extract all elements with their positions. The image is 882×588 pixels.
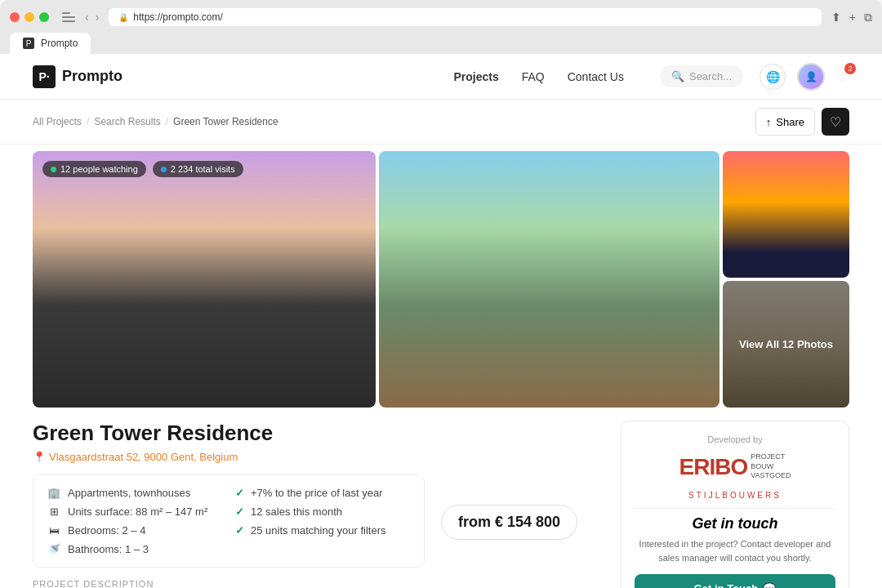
view-all-overlay[interactable]: View All 12 Photos — [723, 281, 849, 408]
spec-surface-text: Units surface: 88 m² – 147 m² — [68, 506, 207, 518]
visits-dot — [161, 167, 167, 172]
stat-units-text: 25 units matching your filters — [251, 524, 385, 537]
main-nav: Projects FAQ Contact Us 🔍 Search... — [453, 65, 743, 87]
dev-stijl: Stijlbouwers — [635, 491, 835, 500]
breadcrumb-search-results[interactable]: Search Results — [94, 116, 160, 127]
avatar[interactable]: 👤 — [797, 63, 825, 91]
breadcrumb: All Projects / Search Results / Green To… — [33, 116, 278, 127]
nav-projects[interactable]: Projects — [453, 70, 498, 83]
share-icon: ↑ — [766, 116, 772, 128]
language-button[interactable]: 🌐 — [760, 64, 786, 90]
share-icon[interactable]: ⬆ — [831, 11, 841, 24]
location-text: Vlasgaardstraat 52, 9000 Gent, Belgium — [49, 451, 238, 463]
check-icon-3: ✓ — [235, 524, 244, 537]
specs-grid: 🏢 Appartments, townhouses ✓ +7% to the p… — [33, 474, 425, 568]
check-icon-2: ✓ — [235, 506, 244, 518]
header: P· Prompto Projects FAQ Contact Us 🔍 Sea… — [0, 54, 882, 100]
gallery-top-right-image[interactable] — [723, 151, 849, 278]
breadcrumb-all-projects[interactable]: All Projects — [33, 116, 82, 127]
dev-sub-line-3: VASTGOED — [751, 471, 791, 481]
share-label: Share — [776, 116, 804, 128]
page-content: P· Prompto Projects FAQ Contact Us 🔍 Sea… — [0, 54, 882, 588]
stat-sales-text: 12 sales this month — [251, 506, 342, 518]
spec-type: 🏢 Appartments, townhouses — [47, 487, 222, 499]
logo[interactable]: P· Prompto — [33, 65, 122, 88]
breadcrumb-bar: All Projects / Search Results / Green To… — [0, 100, 882, 145]
spec-bathrooms: 🚿 Bathrooms: 1 – 3 — [47, 543, 222, 555]
bed-icon: 🛏 — [47, 525, 61, 537]
active-tab[interactable]: P Prompto — [10, 33, 91, 54]
back-arrow[interactable]: ‹ — [85, 11, 89, 24]
get-in-touch-button[interactable]: Get in Touch 💬 — [635, 574, 835, 588]
search-placeholder: Search... — [689, 70, 732, 82]
close-button[interactable] — [10, 12, 20, 22]
save-button[interactable]: ♡ — [822, 108, 849, 136]
tabs-icon[interactable]: ⧉ — [864, 11, 872, 24]
spec-bath-text: Bathrooms: 1 – 3 — [68, 543, 149, 555]
project-info: Green Tower Residence 📍 Vlasgaardstraat … — [33, 421, 425, 588]
visits-text: 2 234 total visits — [171, 164, 235, 174]
building-icon: 🏢 — [47, 488, 61, 499]
favorites-count: 2 — [844, 63, 856, 74]
maximize-button[interactable] — [39, 12, 49, 22]
surface-icon: ⊞ — [47, 506, 61, 518]
detail-section: Green Tower Residence 📍 Vlasgaardstraat … — [0, 408, 882, 588]
message-icon: 💬 — [763, 582, 776, 588]
price-section: from € 154 800 — [441, 421, 604, 588]
gallery-main-image[interactable]: 12 people watching 2 234 total visits — [33, 151, 376, 408]
spec-surface: ⊞ Units surface: 88 m² – 147 m² — [47, 506, 222, 518]
search-bar[interactable]: 🔍 Search... — [660, 65, 743, 87]
gallery-center-image[interactable] — [379, 151, 719, 408]
new-tab-icon[interactable]: + — [849, 11, 856, 24]
view-all-label: View All 12 Photos — [739, 338, 833, 350]
url-bar[interactable]: 🔒 https://prompto.com/ — [109, 8, 821, 26]
sidebar-toggle-icon[interactable] — [62, 12, 75, 22]
dev-logo-text: ERIBO — [679, 454, 747, 480]
logo-icon: P· — [33, 65, 56, 88]
favorites-button[interactable]: ♡ 2 — [836, 68, 849, 86]
gallery-bottom-right-image[interactable]: View All 12 Photos — [723, 281, 849, 408]
gallery: 12 people watching 2 234 total visits Vi… — [0, 151, 882, 408]
dev-divider — [635, 508, 835, 509]
dev-cta-text: Interested in the project? Contact devel… — [635, 537, 835, 564]
spec-type-text: Appartments, townhouses — [68, 487, 190, 499]
description-label: PROJECT DESCRIPTION — [33, 579, 425, 588]
traffic-lights — [10, 12, 49, 22]
spec-bedrooms: 🛏 Bedrooms: 2 – 4 — [47, 524, 222, 537]
get-in-touch-label: Get in Touch — [694, 582, 758, 588]
watching-text: 12 people watching — [60, 164, 138, 174]
watching-dot — [51, 167, 56, 172]
dev-sub-line-1: PROJECT — [751, 452, 791, 462]
gallery-badges: 12 people watching 2 234 total visits — [42, 161, 243, 177]
developer-logo: ERIBO PROJECT BOUW VASTGOED — [635, 452, 835, 481]
logo-text: Prompto — [62, 68, 122, 85]
tab-title: Prompto — [41, 38, 78, 49]
dev-sub-line-2: BOUW — [751, 462, 791, 472]
nav-contact[interactable]: Contact Us — [568, 70, 624, 83]
spec-bed-text: Bedrooms: 2 – 4 — [68, 524, 145, 537]
stat-units: ✓ 25 units matching your filters — [235, 524, 411, 537]
nav-faq[interactable]: FAQ — [522, 70, 545, 83]
breadcrumb-current: Green Tower Residence — [173, 116, 278, 127]
nav-arrows: ‹ › — [85, 11, 99, 24]
breadcrumb-actions: ↑ Share ♡ — [755, 108, 849, 136]
url-text: https://prompto.com/ — [133, 11, 222, 23]
developer-label: Developed by — [635, 434, 835, 444]
project-location: 📍 Vlasgaardstraat 52, 9000 Gent, Belgium — [33, 451, 425, 463]
header-actions: 🌐 👤 ♡ 2 — [760, 63, 849, 91]
minimize-button[interactable] — [24, 12, 34, 22]
project-title: Green Tower Residence — [33, 421, 425, 446]
search-icon: 🔍 — [671, 70, 684, 82]
share-button[interactable]: ↑ Share — [755, 108, 815, 136]
check-icon-1: ✓ — [235, 487, 244, 499]
forward-arrow[interactable]: › — [96, 11, 100, 24]
tab-favicon: P — [23, 38, 34, 49]
price-badge: from € 154 800 — [441, 505, 577, 540]
stat-price-text: +7% to the price of last year — [251, 487, 383, 499]
stat-price: ✓ +7% to the price of last year — [235, 487, 411, 499]
browser-actions: ⬆ + ⧉ — [831, 11, 872, 24]
breadcrumb-sep-2: / — [166, 116, 168, 127]
location-pin-icon: 📍 — [33, 451, 46, 463]
breadcrumb-sep-1: / — [87, 116, 89, 127]
dev-logo-sub: PROJECT BOUW VASTGOED — [751, 452, 791, 481]
